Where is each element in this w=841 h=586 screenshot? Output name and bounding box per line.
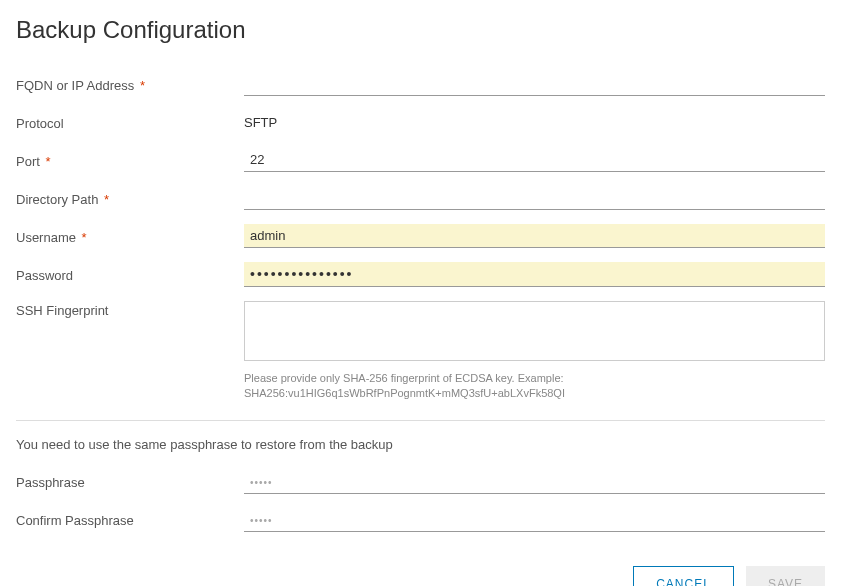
username-input[interactable] [244,224,825,248]
port-label-text: Port [16,154,40,169]
ssh-fingerprint-input[interactable] [244,301,825,361]
save-button[interactable]: SAVE [746,566,825,586]
fqdn-label: FQDN or IP Address * [16,76,244,93]
passphrase-label: Passphrase [16,473,244,490]
fqdn-label-text: FQDN or IP Address [16,78,134,93]
password-label: Password [16,266,244,283]
fqdn-input[interactable] [244,72,825,96]
required-mark: * [82,230,87,245]
confirm-passphrase-label: Confirm Passphrase [16,511,244,528]
username-label-text: Username [16,230,76,245]
port-input[interactable] [244,148,825,172]
cancel-button[interactable]: CANCEL [633,566,734,586]
passphrase-input[interactable] [244,470,825,494]
page-title: Backup Configuration [16,16,825,44]
divider [16,420,825,421]
password-input[interactable] [244,262,825,287]
passphrase-note: You need to use the same passphrase to r… [16,437,825,452]
ssh-fingerprint-hint: Please provide only SHA-256 fingerprint … [244,371,825,402]
directory-input[interactable] [244,186,825,210]
port-label: Port * [16,152,244,169]
required-mark: * [104,192,109,207]
protocol-value: SFTP [244,111,825,134]
protocol-label: Protocol [16,114,244,131]
required-mark: * [45,154,50,169]
ssh-fingerprint-label: SSH Fingerprint [16,301,244,318]
directory-label: Directory Path * [16,190,244,207]
required-mark: * [140,78,145,93]
confirm-passphrase-input[interactable] [244,508,825,532]
username-label: Username * [16,228,244,245]
directory-label-text: Directory Path [16,192,98,207]
